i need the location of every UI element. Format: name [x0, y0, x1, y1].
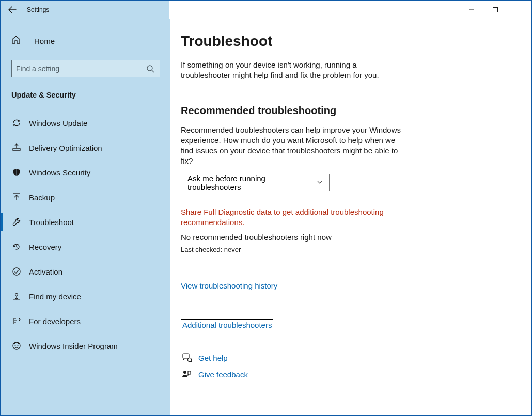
sidebar-item-label: Troubleshoot [29, 218, 74, 227]
additional-troubleshooters-link[interactable]: Additional troubleshooters [181, 319, 273, 331]
titlebar-left: Settings [1, 1, 169, 19]
dropdown-value: Ask me before running troubleshooters [187, 174, 317, 191]
sidebar-item-for-developers[interactable]: For developers [1, 309, 170, 333]
svg-line-5 [152, 70, 154, 72]
sidebar-item-recovery[interactable]: Recovery [1, 234, 170, 259]
sidebar-item-delivery-optimization[interactable]: Delivery Optimization [1, 135, 170, 160]
sidebar-item-label: For developers [29, 317, 81, 326]
sidebar-item-windows-security[interactable]: Windows Security [1, 160, 170, 185]
svg-rect-1 [493, 8, 498, 12]
svg-line-14 [191, 361, 192, 362]
get-help-row: Get help [181, 352, 510, 363]
recovery-icon [11, 242, 22, 252]
search-box[interactable] [11, 60, 160, 77]
page-intro: If something on your device isn't workin… [181, 60, 408, 81]
sidebar-item-label: Windows Insider Program [29, 342, 118, 350]
feedback-icon [181, 369, 192, 380]
maximize-button[interactable] [483, 1, 507, 19]
close-button[interactable] [507, 1, 531, 19]
give-feedback-row: Give feedback [181, 369, 510, 380]
svg-rect-6 [13, 148, 20, 151]
sidebar-item-activation[interactable]: Activation [1, 259, 170, 284]
sidebar-item-windows-update[interactable]: Windows Update [1, 110, 170, 135]
maximize-icon [493, 7, 498, 12]
titlebar-right [169, 1, 531, 19]
sync-icon [11, 118, 22, 128]
sidebar-item-label: Find my device [29, 292, 81, 301]
svg-point-10 [13, 342, 20, 349]
home-button[interactable]: Home [1, 29, 170, 53]
sidebar-item-windows-insider-program[interactable]: Windows Insider Program [1, 333, 170, 358]
sidebar-item-label: Windows Security [29, 168, 90, 177]
shield-icon [11, 167, 22, 178]
dev-icon [11, 316, 22, 326]
home-icon [11, 35, 21, 46]
search-wrap [1, 53, 170, 82]
app-title: Settings [27, 6, 49, 13]
delivery-icon [11, 142, 22, 153]
troubleshoot-preference-dropdown[interactable]: Ask me before running troubleshooters [181, 174, 330, 191]
svg-point-12 [18, 345, 19, 346]
svg-point-11 [15, 345, 16, 346]
sidebar-item-label: Activation [29, 267, 62, 276]
nav-list: Windows Update Delivery Optimization Win… [1, 110, 170, 358]
svg-point-9 [15, 294, 18, 296]
home-label: Home [34, 37, 55, 45]
window-body: Home Update & Security Windows Update [1, 19, 531, 415]
search-input[interactable] [16, 65, 155, 73]
minimize-icon [469, 7, 474, 12]
sidebar: Home Update & Security Windows Update [1, 19, 170, 415]
check-circle-icon [11, 266, 22, 277]
give-feedback-link[interactable]: Give feedback [198, 370, 248, 379]
recommended-description: Recommended troubleshooters can help imp… [181, 125, 408, 167]
sidebar-item-troubleshoot[interactable]: Troubleshoot [1, 210, 170, 234]
get-help-link[interactable]: Get help [198, 354, 228, 362]
close-icon [517, 7, 522, 13]
last-checked-text: Last checked: never [181, 246, 510, 253]
help-icon [181, 352, 192, 363]
titlebar: Settings [1, 1, 531, 19]
svg-point-15 [183, 371, 186, 374]
view-history-link[interactable]: View troubleshooting history [181, 281, 277, 290]
svg-point-13 [188, 358, 192, 362]
minimize-button[interactable] [460, 1, 483, 19]
no-recommended-text: No recommended troubleshooters right now [181, 233, 510, 242]
page-title: Troubleshoot [181, 33, 510, 50]
svg-point-4 [147, 66, 152, 71]
arrow-left-icon [8, 6, 17, 14]
main-content: Troubleshoot If something on your device… [170, 19, 531, 415]
backup-icon [11, 192, 22, 202]
sidebar-item-label: Windows Update [29, 119, 87, 127]
location-icon [11, 291, 22, 301]
wrench-icon [11, 217, 22, 227]
insider-icon [11, 341, 22, 351]
search-icon [146, 65, 154, 75]
chevron-down-icon [317, 178, 323, 187]
sidebar-item-find-my-device[interactable]: Find my device [1, 284, 170, 309]
sidebar-item-label: Recovery [29, 243, 61, 251]
diagnostic-warning: Share Full Diagnostic data to get additi… [181, 207, 408, 228]
sidebar-item-label: Delivery Optimization [29, 143, 102, 152]
recommended-heading: Recommended troubleshooting [181, 105, 510, 117]
svg-point-8 [13, 268, 20, 275]
section-label: Update & Security [1, 82, 170, 105]
back-button[interactable] [1, 1, 24, 19]
settings-window: Settings Home [0, 0, 532, 416]
sidebar-item-backup[interactable]: Backup [1, 185, 170, 210]
sidebar-item-label: Backup [29, 193, 55, 202]
